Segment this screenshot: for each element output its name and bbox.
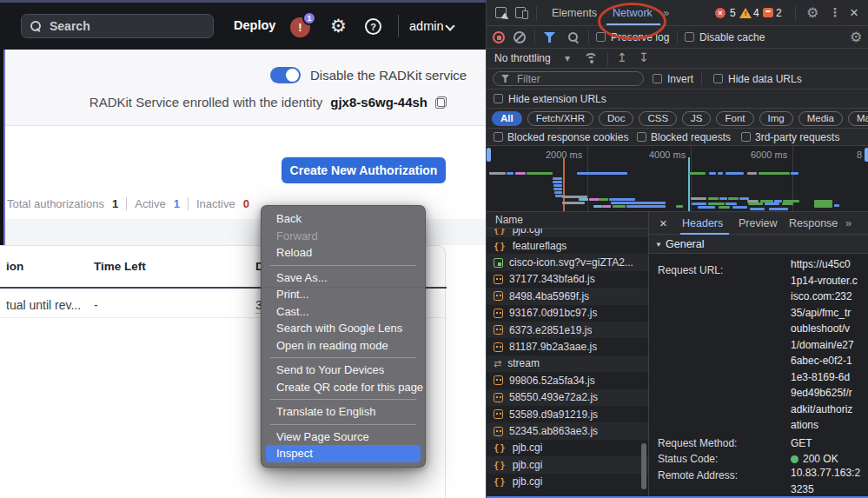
blocked-response-cookies-label[interactable]: Blocked response cookies bbox=[507, 131, 628, 143]
settings-gear-icon[interactable]: ⚙ bbox=[330, 15, 347, 37]
chevron-down-icon[interactable] bbox=[445, 21, 454, 30]
hide-extension-urls-label[interactable]: Hide extension URLs bbox=[508, 93, 606, 105]
general-section-header[interactable]: ▼ General bbox=[649, 235, 868, 254]
request-row-8498-4ba5969f-js[interactable]: 8498.4ba5969f.js bbox=[487, 288, 648, 304]
context-menu-item-save-as[interactable]: Save As... bbox=[262, 269, 425, 287]
request-row-52345-ab863ae3-js[interactable]: 52345.ab863ae3.js bbox=[487, 422, 648, 439]
error-count[interactable]: 5 bbox=[730, 7, 736, 19]
context-menu-item-search-with-google-lens[interactable]: Search with Google Lens bbox=[262, 320, 425, 337]
filter-pill-media[interactable]: Media bbox=[798, 111, 843, 126]
disable-cache-label[interactable]: Disable cache bbox=[699, 31, 765, 43]
context-menu-item-cast[interactable]: Cast... bbox=[262, 303, 425, 321]
export-har-icon[interactable]: ↧ bbox=[639, 50, 649, 64]
disable-service-toggle[interactable] bbox=[270, 67, 301, 83]
network-conditions-icon[interactable] bbox=[584, 53, 598, 63]
filter-pill-font[interactable]: Font bbox=[716, 111, 753, 126]
throttling-select[interactable]: No throttling bbox=[494, 52, 551, 64]
blocked-response-cookies-checkbox[interactable] bbox=[494, 132, 503, 142]
network-settings-gear-icon[interactable]: ⚙ bbox=[850, 30, 862, 45]
request-row-pjb-cgi[interactable]: {}pjb.cgi bbox=[487, 474, 648, 490]
filter-pill-manifest[interactable]: Manifest bbox=[848, 111, 868, 126]
tab-response[interactable]: Response bbox=[789, 217, 838, 229]
request-list-scrollbar[interactable] bbox=[641, 443, 646, 489]
disable-cache-checkbox[interactable] bbox=[685, 32, 694, 42]
tab-elements[interactable]: Elements bbox=[552, 7, 597, 19]
network-search-icon[interactable] bbox=[568, 32, 579, 43]
blocked-requests-label[interactable]: Blocked requests bbox=[651, 131, 731, 143]
3rd-party-requests-label[interactable]: 3rd-party requests bbox=[755, 131, 839, 143]
request-row-pjb-cgi[interactable]: {}pjb.cgi bbox=[487, 456, 648, 473]
devtools-close-icon[interactable]: × bbox=[850, 4, 858, 22]
filter-pill-doc[interactable]: Doc bbox=[599, 111, 633, 126]
invert-checkbox[interactable] bbox=[653, 74, 662, 83]
request-row-37177-343bfa6d-js[interactable]: 37177.343bfa6d.js bbox=[487, 271, 648, 288]
waterfall-right-handle[interactable] bbox=[865, 148, 868, 162]
context-menu-item-print[interactable]: Print... bbox=[262, 286, 425, 303]
tab-headers[interactable]: Headers bbox=[682, 217, 723, 229]
devtools-menu-kebab-icon[interactable]: ⋮ bbox=[829, 5, 841, 19]
blocked-requests-checkbox[interactable] bbox=[637, 132, 646, 142]
request-row-stream[interactable]: ⇄stream bbox=[487, 355, 648, 372]
column-header-truncated[interactable]: ion bbox=[6, 260, 23, 273]
deploy-button[interactable]: Deploy bbox=[234, 18, 275, 32]
clear-network-log-icon[interactable] bbox=[514, 31, 526, 43]
context-menu-item-view-page-source[interactable]: View Page Source bbox=[262, 428, 425, 446]
hide-data-urls-checkbox[interactable] bbox=[713, 74, 723, 83]
tab-preview[interactable]: Preview bbox=[739, 217, 777, 229]
request-row-93167-0d91bc97-js[interactable]: 93167.0d91bc97.js bbox=[487, 305, 648, 322]
request-row-53589-d9a91219-js[interactable]: 53589.d9a91219.js bbox=[487, 406, 648, 422]
device-toolbar-icon[interactable] bbox=[515, 7, 526, 18]
context-menu-item-reload[interactable]: Reload bbox=[262, 244, 425, 262]
error-icon[interactable]: × bbox=[715, 8, 726, 18]
request-row-cisco-icon-svg-v-gizta2[interactable]: cisco-icon.svg?v=giZTA2... bbox=[487, 254, 648, 270]
context-menu-item-open-in-reading-mode[interactable]: Open in reading mode bbox=[262, 337, 425, 355]
request-row-partial[interactable]: {}pjb.cgi bbox=[487, 229, 648, 237]
hide-extension-urls-checkbox[interactable] bbox=[494, 94, 503, 103]
warning-count[interactable]: 4 bbox=[753, 7, 759, 19]
request-row-pjb-cgi[interactable]: {}pjb.cgi bbox=[487, 440, 648, 456]
issues-count[interactable]: 2 bbox=[776, 7, 782, 19]
3rd-party-requests-checkbox[interactable] bbox=[741, 132, 751, 142]
create-new-authorization-button[interactable]: Create New Authorization bbox=[282, 157, 446, 183]
request-row-58550-493e72a2-js[interactable]: 58550.493e72a2.js bbox=[487, 389, 648, 406]
filter-input[interactable] bbox=[515, 72, 620, 86]
preserve-log-checkbox[interactable] bbox=[596, 32, 606, 42]
request-list-name-header[interactable]: Name bbox=[487, 212, 648, 229]
request-row-featureflags[interactable]: {}featureflags bbox=[487, 237, 648, 254]
record-network-log-icon[interactable] bbox=[493, 31, 505, 43]
filter-pill-all[interactable]: All bbox=[492, 111, 522, 126]
details-close-icon[interactable]: × bbox=[659, 216, 667, 230]
network-overview-waterfall[interactable]: 2000 ms4000 ms6000 ms8 bbox=[487, 146, 868, 212]
context-menu-item-send-to-your-devices[interactable]: Send to Your Devices bbox=[262, 362, 425, 379]
context-menu-item-inspect[interactable]: Inspect bbox=[266, 445, 421, 462]
filter-pill-img[interactable]: Img bbox=[759, 111, 793, 126]
filter-pill-js[interactable]: JS bbox=[682, 111, 711, 126]
alert-icon[interactable]: ! 1 bbox=[290, 17, 310, 37]
context-menu-item-create-qr-code-for-this-page[interactable]: Create QR code for this page bbox=[262, 379, 425, 396]
warning-icon[interactable]: ! bbox=[739, 8, 752, 18]
waterfall-left-handle[interactable] bbox=[487, 148, 491, 162]
filter-pill-css[interactable]: CSS bbox=[639, 111, 677, 126]
request-row-6373-e2851e19-js[interactable]: 6373.e2851e19.js bbox=[487, 322, 648, 338]
inspect-element-icon[interactable] bbox=[495, 7, 507, 18]
search-input[interactable] bbox=[48, 18, 187, 34]
details-more-tabs-icon[interactable]: » bbox=[845, 216, 851, 229]
search-box[interactable] bbox=[21, 14, 214, 38]
import-har-icon[interactable]: ↥ bbox=[617, 50, 627, 64]
context-menu-item-translate-to-english[interactable]: Translate to English bbox=[262, 403, 425, 421]
request-row-81187-9b2a3aae-js[interactable]: 81187.9b2a3aae.js bbox=[487, 338, 648, 355]
throttling-chevron-icon[interactable]: ▾ bbox=[565, 52, 570, 64]
user-menu[interactable]: admin bbox=[409, 19, 444, 33]
context-menu-item-back[interactable]: Back bbox=[262, 210, 425, 228]
hide-data-urls-label[interactable]: Hide data URLs bbox=[728, 73, 802, 85]
devtools-settings-gear-icon[interactable]: ⚙ bbox=[806, 5, 818, 21]
issues-icon[interactable] bbox=[763, 8, 773, 17]
filter-pill-fetch-xhr[interactable]: Fetch/XHR bbox=[527, 111, 593, 126]
invert-label[interactable]: Invert bbox=[667, 73, 693, 85]
column-header-time-left[interactable]: Time Left bbox=[94, 260, 146, 273]
filter-input-box[interactable] bbox=[493, 71, 644, 86]
copy-icon[interactable] bbox=[435, 96, 447, 109]
help-icon[interactable]: ? bbox=[365, 18, 381, 35]
request-row-99806-52a5fa34-js[interactable]: 99806.52a5fa34.js bbox=[487, 372, 648, 388]
filter-icon[interactable] bbox=[544, 32, 555, 43]
